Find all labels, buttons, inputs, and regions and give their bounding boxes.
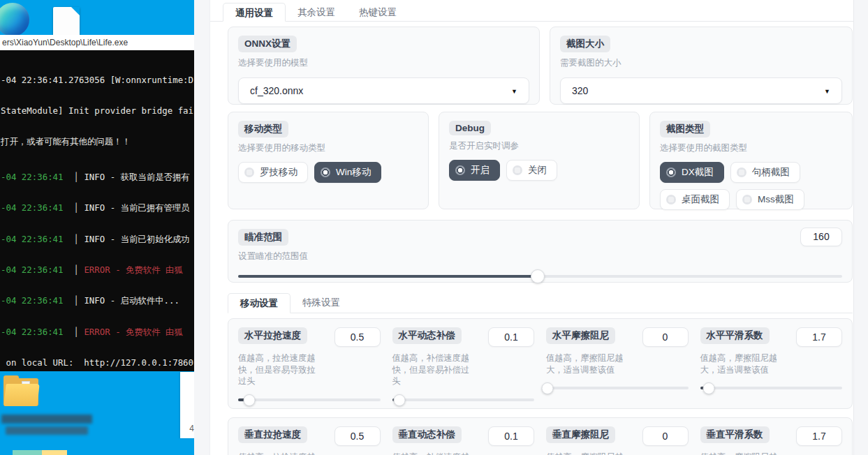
chevron-down-icon: ▼: [824, 78, 830, 105]
radio-logitech-move[interactable]: 罗技移动: [238, 162, 308, 183]
console-line: -04 22:36:41 │ ERROR - 免费软件 由狐: [1, 265, 194, 276]
partial-desktop-icon: [42, 450, 67, 455]
aim-range-label: 瞄准范围: [238, 229, 288, 246]
capture-size-desc: 需要截图的大小: [560, 57, 842, 69]
radio-desktop-capture[interactable]: 桌面截图: [660, 189, 730, 210]
aim-range-slider[interactable]: [238, 269, 842, 283]
document-icon[interactable]: [53, 7, 80, 36]
v-dynamic-comp-desc: 值越高，补偿速度越: [392, 452, 478, 455]
move-type-label: 移动类型: [238, 121, 288, 137]
console-line: -04 22:36:41 │ INFO - 获取当前是否拥有: [1, 172, 194, 183]
h-dynamic-comp-input[interactable]: 0.1: [488, 327, 534, 347]
tab-special-settings[interactable]: 特殊设置: [290, 293, 352, 313]
h-friction-label: 水平摩擦阻尼: [546, 327, 615, 344]
console-title-bar[interactable]: ers\XiaoYun\Desktop\Life\Life.exe: [0, 35, 194, 50]
console-line: 打开，或者可能有其他的问题！！: [1, 137, 194, 147]
radio-circle-icon: [513, 165, 522, 175]
capture-type-label: 截图类型: [660, 121, 710, 137]
horizontal-params-card: 水平拉抢速度 0.5 值越高，拉抢速度越快，但是容易导致拉过头 水平动态补偿 0…: [228, 318, 853, 409]
move-type-card: 移动类型 选择要使用的移动类型 罗技移动 Win移动: [228, 112, 429, 209]
h-smooth-label: 水平平滑系数: [700, 327, 770, 344]
capture-size-dropdown[interactable]: 320 ▼: [560, 77, 842, 104]
h-pull-speed-input[interactable]: 0.5: [334, 327, 381, 347]
folder-front: [3, 384, 39, 406]
v-smooth-input[interactable]: 1.7: [796, 426, 842, 446]
v-friction-label: 垂直摩擦阻尼: [546, 426, 615, 443]
param-cell: 垂直拉抢速度 0.5 值越高，拉抢速度越: [238, 426, 381, 455]
console-line: -04 22:36:41.2763056 [W:onnxruntime:D: [1, 75, 194, 86]
h-smooth-slider[interactable]: [700, 382, 843, 394]
capture-type-desc: 选择要使用的截图类型: [660, 142, 842, 154]
slider-handle[interactable]: [542, 382, 554, 394]
slider-handle[interactable]: [703, 382, 714, 394]
capture-size-label: 截图大小: [560, 36, 610, 52]
console-output: -04 22:36:41.2763056 [W:onnxruntime:D St…: [0, 50, 194, 371]
debug-radio-group: 开启 关闭: [449, 160, 603, 181]
move-type-radio-group: 罗技移动 Win移动: [238, 162, 392, 183]
tab-hotkey-settings[interactable]: 热键设置: [347, 3, 409, 21]
aim-range-input[interactable]: 160: [800, 228, 842, 246]
param-cell: 水平动态补偿 0.1 值越高，补偿速度越快，但是容易补偿过头: [392, 327, 535, 405]
tab-other-settings[interactable]: 其余设置: [286, 3, 347, 21]
chevron-down-icon: ▼: [511, 78, 517, 105]
radio-circle-icon: [742, 195, 752, 204]
param-cell: 垂直动态补偿 0.1 值越高，补偿速度越: [392, 426, 535, 455]
radio-handle-capture[interactable]: 句柄截图: [730, 162, 800, 183]
radio-circle-icon: [244, 167, 254, 177]
v-pull-speed-desc: 值越高，拉抢速度越: [238, 452, 323, 455]
v-pull-speed-label: 垂直拉抢速度: [238, 426, 307, 443]
radio-win-move[interactable]: Win移动: [314, 162, 381, 183]
h-smooth-desc: 值越高，摩擦阻尼越大，适当调整该值: [700, 352, 786, 375]
h-pull-speed-slider[interactable]: [238, 394, 381, 405]
browser-window: 通用设置 其余设置 热键设置 ONNX设置 选择要使用的模型 cf_320.on…: [194, 0, 868, 455]
vertical-params-card: 垂直拉抢速度 0.5 值越高，拉抢速度越 垂直动态补偿 0.1 值越高，补偿速度…: [228, 417, 853, 455]
console-line: -04 22:36:41 │ INFO - 当前已初始化成功: [1, 234, 194, 245]
param-cell: 水平拉抢速度 0.5 值越高，拉抢速度越快，但是容易导致拉过头: [238, 327, 381, 405]
slider-handle[interactable]: [531, 269, 545, 283]
v-pull-speed-input[interactable]: 0.5: [334, 426, 381, 446]
console-line: -04 22:36:41 │ ERROR - 免费软件 由狐: [1, 327, 194, 338]
h-pull-speed-desc: 值越高，拉抢速度越快，但是容易导致拉过头: [238, 352, 323, 387]
onnx-settings-desc: 选择要使用的模型: [238, 57, 529, 69]
tab-move-settings[interactable]: 移动设置: [228, 293, 290, 313]
capture-size-card: 截图大小 需要截图的大小 320 ▼: [550, 27, 853, 105]
console-line: StateModule] Init provider bridge fai: [1, 106, 194, 117]
v-dynamic-comp-input[interactable]: 0.1: [488, 426, 534, 446]
console-window: ers\XiaoYun\Desktop\Life\Life.exe -04 22…: [0, 35, 194, 371]
v-friction-input[interactable]: 0: [642, 426, 689, 446]
folder-icon[interactable]: [3, 375, 38, 406]
censored-folder-label: [1, 415, 92, 424]
radio-mss-capture[interactable]: Mss截图: [736, 189, 804, 210]
v-smooth-label: 垂直平滑系数: [700, 426, 770, 443]
console-line: on local URL: http://127.0.0.1:7860: [1, 358, 194, 368]
slider-fill: [238, 275, 538, 278]
h-friction-slider[interactable]: [546, 382, 689, 394]
tab-general-settings[interactable]: 通用设置: [223, 3, 286, 22]
param-cell: 水平摩擦阻尼 0 值越高，摩擦阻尼越大，适当调整该值: [546, 327, 689, 405]
aim-range-desc: 设置瞄准的范围值: [238, 251, 842, 262]
fragment-text: 4: [189, 424, 194, 433]
aim-range-card: 瞄准范围 设置瞄准的范围值 160: [228, 220, 853, 283]
h-dynamic-comp-label: 水平动态补偿: [392, 327, 462, 344]
model-dropdown[interactable]: cf_320.onnx ▼: [238, 77, 529, 104]
h-dynamic-comp-desc: 值越高，补偿速度越快，但是容易补偿过头: [392, 352, 478, 387]
main-tab-bar: 通用设置 其余设置 热键设置: [210, 3, 853, 22]
h-smooth-input[interactable]: 1.7: [796, 327, 842, 347]
move-type-desc: 选择要使用的移动类型: [238, 142, 418, 154]
onnx-settings-label: ONNX设置: [238, 36, 297, 52]
slider-handle[interactable]: [244, 394, 256, 406]
onnx-settings-card: ONNX设置 选择要使用的模型 cf_320.onnx ▼: [228, 27, 540, 105]
h-dynamic-comp-slider[interactable]: [392, 394, 535, 405]
h-pull-speed-label: 水平拉抢速度: [238, 327, 307, 344]
slider-handle[interactable]: [393, 394, 405, 406]
console-line: -04 22:36:41 │ INFO - 当前已拥有管理员: [1, 203, 194, 214]
h-friction-input[interactable]: 0: [642, 327, 689, 347]
radio-dx-capture[interactable]: DX截图: [660, 162, 724, 183]
debug-desc: 是否开启实时调参: [449, 140, 629, 152]
radio-debug-on[interactable]: 开启: [449, 160, 500, 181]
v-smooth-desc: 值越高，摩擦阻尼越: [700, 452, 786, 455]
param-cell: 垂直平滑系数 1.7 值越高，摩擦阻尼越: [700, 426, 843, 455]
radio-debug-off[interactable]: 关闭: [506, 160, 557, 181]
edge-browser-icon[interactable]: [0, 3, 29, 36]
capture-size-dropdown-value: 320: [572, 85, 588, 96]
